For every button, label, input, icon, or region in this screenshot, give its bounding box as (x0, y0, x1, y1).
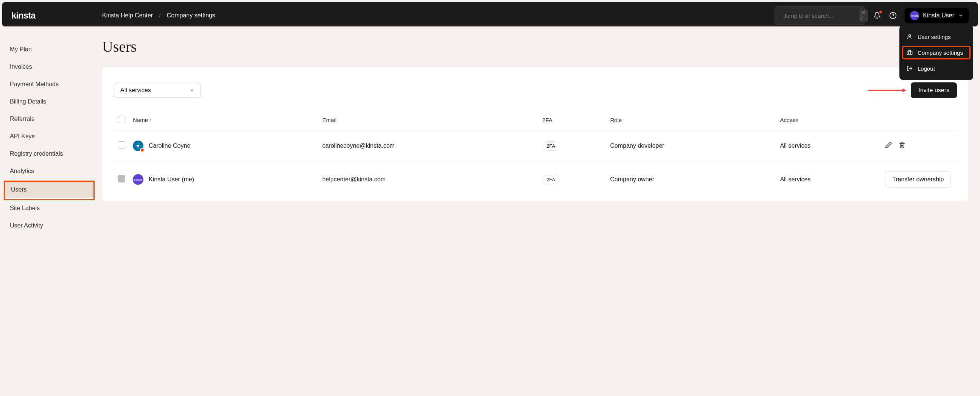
trash-icon (899, 142, 905, 149)
sidebar-item-api-keys[interactable]: API Keys (4, 128, 95, 144)
row-checkbox[interactable] (118, 175, 125, 182)
avatar-alert-badge (140, 148, 145, 152)
edit-user-button[interactable] (885, 142, 892, 150)
col-email[interactable]: Email (318, 109, 539, 131)
dropdown-label: User settings (918, 33, 951, 40)
dropdown-logout[interactable]: Logout (899, 60, 973, 76)
user-role-cell: Company owner (606, 162, 776, 198)
service-filter-select[interactable]: All services (114, 83, 201, 98)
sidebar-item-user-activity[interactable]: User Activity (4, 218, 95, 233)
svg-rect-5 (907, 51, 912, 55)
user-menu-trigger[interactable]: kinsta Kinsta User (905, 8, 969, 23)
dropdown-label: Company settings (918, 49, 963, 56)
user-avatar (133, 141, 143, 151)
user-email-cell: helpcenter@kinsta.com (318, 162, 539, 198)
transfer-ownership-button[interactable]: Transfer ownership (885, 171, 951, 188)
sidebar-item-referrals[interactable]: Referrals (4, 111, 95, 127)
sidebar-item-users[interactable]: Users (5, 182, 94, 198)
sidebar-item-billing-details[interactable]: Billing Details (4, 94, 95, 109)
delete-user-button[interactable] (899, 142, 905, 150)
dropdown-company-settings[interactable]: Company settings (902, 45, 971, 60)
svg-point-9 (137, 145, 139, 147)
edit-icon (885, 142, 892, 149)
user-name: Kinsta User (923, 12, 954, 19)
svg-marker-8 (902, 89, 906, 92)
sidebar-item-registry-credentials[interactable]: Registry credentials (4, 146, 95, 162)
logo[interactable]: kinsta (11, 10, 102, 21)
briefcase-icon (906, 49, 913, 56)
users-table: Name↑ Email 2FA Role Access (114, 109, 957, 198)
breadcrumb: Kinsta Help Center / Company settings (102, 12, 215, 19)
col-role[interactable]: Role (606, 109, 776, 131)
users-card: All services Invite users Nam (102, 67, 969, 202)
page-title: Users (102, 38, 969, 55)
sidebar-item-invoices[interactable]: Invoices (4, 59, 95, 75)
user-name-cell: Caroline Coyne (149, 143, 190, 149)
user-access-cell: All services (776, 131, 881, 162)
select-value: All services (120, 87, 151, 94)
user-dropdown: User settings Company settings Logout (899, 25, 973, 80)
svg-point-4 (908, 35, 910, 36)
search-input[interactable] (783, 13, 855, 19)
table-row: kinsta Kinsta User (me) helpcenter@kinst… (114, 162, 957, 198)
col-access[interactable]: Access (776, 109, 881, 131)
col-2fa[interactable]: 2FA (538, 109, 606, 131)
chevron-down-icon (958, 13, 963, 18)
topbar: kinsta Kinsta Help Center / Company sett… (2, 2, 978, 27)
sidebar-item-analytics[interactable]: Analytics (4, 163, 95, 179)
invite-users-button[interactable]: Invite users (911, 82, 957, 98)
dropdown-label: Logout (918, 65, 935, 72)
search-shortcut: ⌘ / (859, 10, 868, 22)
sidebar-item-site-labels[interactable]: Site Labels (4, 200, 95, 216)
sidebar-item-payment-methods[interactable]: Payment Methods (4, 76, 95, 92)
chevron-down-icon (189, 88, 194, 93)
twofa-badge: 2FA (542, 141, 559, 151)
breadcrumb-item-2[interactable]: Company settings (167, 12, 215, 19)
sidebar-item-my-plan[interactable]: My Plan (4, 41, 95, 57)
breadcrumb-item-1[interactable]: Kinsta Help Center (102, 12, 153, 19)
help-button[interactable] (889, 11, 897, 20)
user-icon (906, 33, 913, 40)
user-avatar: kinsta (910, 11, 919, 20)
notifications-button[interactable] (873, 11, 881, 20)
logout-icon (906, 65, 913, 72)
search-box[interactable]: ⌘ / (775, 6, 865, 25)
user-avatar: kinsta (133, 174, 143, 185)
user-email-cell: carolinecoyne@kinsta.com (318, 131, 539, 162)
dropdown-user-settings[interactable]: User settings (899, 29, 973, 44)
breadcrumb-separator: / (159, 12, 161, 19)
help-icon (889, 12, 897, 19)
annotation-arrow (869, 87, 906, 93)
user-access-cell: All services (776, 162, 881, 198)
main-content: Users All services Invite users (99, 27, 980, 242)
row-checkbox[interactable] (118, 141, 125, 149)
notification-dot (879, 11, 882, 13)
sort-ascending-icon: ↑ (150, 117, 152, 123)
table-row: Caroline Coyne carolinecoyne@kinsta.com … (114, 131, 957, 162)
user-name-cell: Kinsta User (me) (149, 176, 194, 183)
twofa-badge: 2FA (542, 175, 559, 184)
sidebar: My Plan Invoices Payment Methods Billing… (0, 27, 99, 242)
col-name[interactable]: Name↑ (129, 109, 318, 131)
select-all-checkbox[interactable] (118, 116, 125, 123)
user-role-cell: Company developer (606, 131, 776, 162)
